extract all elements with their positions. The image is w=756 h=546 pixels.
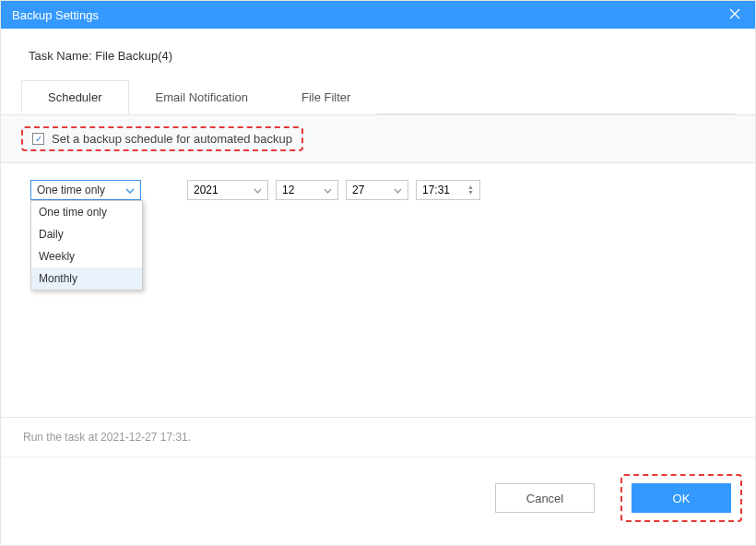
window-title: Backup Settings [12,8,99,22]
highlight-schedule-checkbox: ✓ Set a backup schedule for automated ba… [21,126,303,151]
highlight-ok-button: OK [620,474,742,522]
check-icon: ✓ [32,133,44,145]
day-select[interactable]: 27 [346,180,408,200]
task-name: Task Name: File Backup(4) [21,49,735,63]
year-select[interactable]: 2021 [187,180,268,200]
month-select[interactable]: 12 [276,180,338,200]
footer-note: Run the task at 2021-12-27 17:31. [1,417,755,457]
frequency-select-value: One time only [37,184,105,196]
chevron-down-icon [324,185,332,196]
frequency-option-monthly[interactable]: Monthly [31,267,142,290]
chevron-down-icon [125,185,135,196]
tabs: Scheduler Email Notification File Filter [21,79,735,114]
spinner-icon: ▲▼ [467,184,474,196]
schedule-toggle-bar: ✓ Set a backup schedule for automated ba… [1,114,755,163]
schedule-checkbox[interactable]: ✓ Set a backup schedule for automated ba… [32,132,292,146]
date-time-row: 2021 12 27 17:31 ▲▼ [187,180,480,200]
close-icon[interactable] [726,6,744,23]
tab-scheduler[interactable]: Scheduler [21,80,129,114]
chevron-down-icon [254,185,262,196]
frequency-option-daily[interactable]: Daily [31,223,142,245]
frequency-option-weekly[interactable]: Weekly [31,245,142,267]
frequency-option-one-time[interactable]: One time only [31,201,142,223]
ok-button[interactable]: OK [632,483,731,513]
frequency-select[interactable]: One time only [30,180,141,200]
schedule-form: One time only One time only Daily Weekly… [21,163,735,417]
time-spinner[interactable]: 17:31 ▲▼ [416,180,480,200]
frequency-dropdown: One time only Daily Weekly Monthly [30,200,143,291]
titlebar: Backup Settings [1,1,755,29]
button-row: Cancel OK [1,457,755,539]
schedule-checkbox-label: Set a backup schedule for automated back… [52,132,292,146]
cancel-button[interactable]: Cancel [495,483,595,513]
tab-email-notification[interactable]: Email Notification [129,80,275,114]
tab-file-filter[interactable]: File Filter [275,80,377,114]
chevron-down-icon [394,185,402,196]
